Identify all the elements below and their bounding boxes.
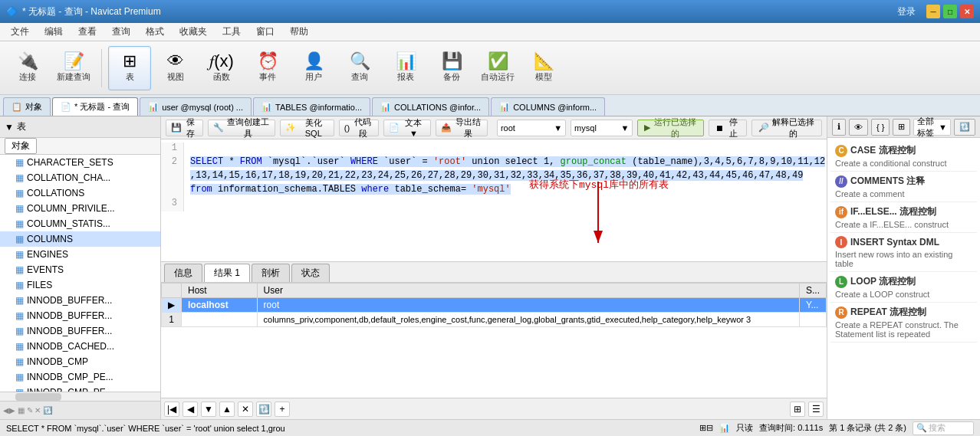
query-button[interactable]: 🔍 查询 (338, 46, 381, 90)
run-selected-button[interactable]: ▶ 运行已选择的 (637, 120, 704, 136)
code-snippet-button[interactable]: () 代码段 (339, 120, 380, 136)
snippet-insert[interactable]: I INSERT Syntax DML Insert new rows into… (830, 233, 977, 272)
menu-query[interactable]: 查询 (104, 24, 138, 40)
nav-up-button[interactable]: ▲ (219, 402, 235, 417)
sidebar-item-column-privile[interactable]: ▦ COLUMN_PRIVILE... (0, 201, 160, 216)
result-tab-result1[interactable]: 结果 1 (204, 264, 250, 282)
title-bar-right: 登录 ─ □ ✕ (897, 5, 974, 18)
function-button[interactable]: 𝑓(x) 函数 (200, 46, 243, 90)
add-row-button[interactable]: + (275, 402, 290, 417)
sidebar-item-columns[interactable]: ▦ COLUMNS (0, 231, 160, 247)
sidebar-item-collation-cha[interactable]: ▦ COLLATION_CHA... (0, 170, 160, 185)
tab-columns[interactable]: 📊 COLUMNS @inform... (491, 97, 605, 116)
sidebar-item-collations[interactable]: ▦ COLLATIONS (0, 185, 160, 201)
menu-edit[interactable]: 编辑 (37, 24, 71, 40)
model-button[interactable]: 📐 模型 (522, 46, 565, 90)
new-query-button[interactable]: 📝 新建查询 (52, 46, 95, 90)
sidebar-item-innodb-cmp-pe-2[interactable]: ▦ INNODB_CMP_PE... (0, 385, 160, 392)
code-tab-button[interactable]: { } (871, 119, 890, 136)
tab-object[interactable]: 📋 对象 (3, 97, 51, 116)
sidebar-item-innodb-buffer-1[interactable]: ▦ INNODB_BUFFER... (0, 293, 160, 308)
menu-file[interactable]: 文件 (3, 24, 37, 40)
sidebar-item-innodb-cmp[interactable]: ▦ INNODB_CMP (0, 354, 160, 369)
sidebar-item-innodb-buffer-3[interactable]: ▦ INNODB_BUFFER... (0, 323, 160, 339)
menu-favorites[interactable]: 收藏夹 (172, 24, 215, 40)
menu-tools[interactable]: 工具 (215, 24, 248, 40)
sidebar-item-files[interactable]: ▦ FILES (0, 277, 160, 293)
explain-button[interactable]: 🔎 解释已选择的 (751, 120, 822, 136)
query-builder-button[interactable]: 🔧 查询创建工具 (208, 120, 275, 136)
tab-query[interactable]: 📄 * 无标题 - 查询 (52, 97, 138, 116)
connect-button[interactable]: 🔌 连接 (6, 46, 49, 90)
maximize-button[interactable]: □ (943, 5, 957, 18)
sidebar-item-character-sets[interactable]: ▦ CHARACTER_SETS (0, 155, 160, 170)
sidebar-item-innodb-cmp-pe-1[interactable]: ▦ INNODB_CMP_PE... (0, 369, 160, 385)
report-button[interactable]: 📊 报表 (384, 46, 427, 90)
grid-view-button[interactable]: ⊞ (790, 402, 805, 417)
user-button[interactable]: 👤 用户 (292, 46, 335, 90)
database-select[interactable]: mysql ▼ (571, 120, 633, 136)
table-button[interactable]: ⊞ 表 (108, 46, 151, 90)
sidebar-item-innodb-buffer-2[interactable]: ▦ INNODB_BUFFER... (0, 308, 160, 323)
snippet-repeat[interactable]: R REPEAT 流程控制 Create a REPEAT construct.… (830, 303, 977, 343)
refresh-snippets-button[interactable]: 🔃 (954, 119, 975, 136)
text-button[interactable]: 📄 文本 ▼ (383, 120, 430, 136)
tab-user[interactable]: 📊 user @mysql (root) ... (140, 97, 252, 116)
table-row[interactable]: 1 columns_priv,component,db,default_role… (162, 312, 827, 326)
status-search-box[interactable]: 🔍 搜索 (913, 421, 974, 435)
auto-run-button[interactable]: ✅ 自动运行 (476, 46, 519, 90)
result-tab-profiling[interactable]: 剖析 (252, 264, 290, 282)
snippet-loop[interactable]: L LOOP 流程控制 Create a LOOP construct (830, 272, 977, 303)
info-tab-button[interactable]: ℹ (832, 119, 846, 136)
sidebar-item-column-statis[interactable]: ▦ COLUMN_STATIS... (0, 216, 160, 231)
tab-tables[interactable]: 📊 TABLES @informatio... (253, 97, 370, 116)
status-view-icons[interactable]: ⊞⊟ (699, 423, 713, 433)
minimize-button[interactable]: ─ (926, 5, 940, 18)
view-button[interactable]: 👁 视图 (154, 46, 197, 90)
sidebar-scrollbar-h[interactable] (0, 392, 160, 401)
beautify-button[interactable]: ✨ 美化 SQL (280, 120, 334, 136)
list-view-button[interactable]: ☰ (808, 402, 824, 417)
nav-prev-button[interactable]: ◀ (183, 402, 198, 417)
snippet-category-select[interactable]: 全部标签 ▼ (913, 119, 951, 136)
menu-window[interactable]: 窗口 (248, 24, 282, 40)
snippet-comments[interactable]: // COMMENTS 注释 Create a comment (830, 172, 977, 202)
menu-format[interactable]: 格式 (138, 24, 172, 40)
sidebar-item-events[interactable]: ▦ EVENTS (0, 262, 160, 277)
code-editor[interactable]: 1 2 SELECT * FROM `mysql`.`user` WHERE `… (161, 139, 827, 261)
menu-view[interactable]: 查看 (71, 24, 104, 40)
save-button[interactable]: 💾 保存 (166, 120, 203, 136)
connection-select[interactable]: root ▼ (497, 120, 566, 136)
sidebar-item-label: ENGINES (27, 249, 68, 260)
snippet-ifelse[interactable]: if IF...ELSE... 流程控制 Create a IF...ELSE.… (830, 202, 977, 233)
sidebar-item-innodb-cached[interactable]: ▦ INNODB_CACHED... (0, 339, 160, 354)
delete-row-button[interactable]: ✕ (238, 402, 253, 417)
sidebar-item-label: COLLATIONS (27, 188, 84, 198)
result-tab-info[interactable]: 信息 (164, 264, 202, 282)
tab-object-label: 对象 (25, 101, 42, 113)
close-button[interactable]: ✕ (960, 5, 974, 18)
result-tab-status[interactable]: 状态 (291, 264, 330, 282)
eye-tab-button[interactable]: 👁 (849, 119, 868, 136)
row-indicator-1: ▶ (162, 297, 182, 312)
sidebar-item-label: COLUMN_PRIVILE... (27, 203, 115, 214)
grid-tab-button[interactable]: ⊞ (893, 119, 910, 136)
table-row[interactable]: ▶ localhost root Y... (162, 297, 827, 312)
event-button[interactable]: ⏰ 事件 (246, 46, 289, 90)
sidebar-item-engines[interactable]: ▦ ENGINES (0, 247, 160, 262)
stop-button[interactable]: ⏹ 停止 (709, 120, 747, 136)
sidebar-item-label: INNODB_CMP (27, 356, 88, 367)
code-line-2c: from information_schema.TABLES where tab… (161, 184, 827, 198)
snippet-case[interactable]: C CASE 流程控制 Create a conditional constru… (830, 141, 977, 172)
export-button[interactable]: 📤 导出结果 (436, 120, 488, 136)
backup-button[interactable]: 💾 备份 (430, 46, 473, 90)
tab-collations[interactable]: 📊 COLLATIONS @infor... (372, 97, 489, 116)
nav-down-button[interactable]: ▼ (201, 402, 216, 417)
snippet-loop-label: LOOP 流程控制 (850, 275, 916, 288)
sidebar-tab-object[interactable]: 对象 (5, 138, 37, 154)
snippet-comments-label: COMMENTS 注释 (850, 175, 925, 188)
login-label[interactable]: 登录 (897, 5, 916, 18)
refresh-button[interactable]: 🔃 (256, 402, 271, 417)
menu-help[interactable]: 帮助 (282, 24, 316, 40)
nav-first-button[interactable]: |◀ (164, 402, 179, 417)
